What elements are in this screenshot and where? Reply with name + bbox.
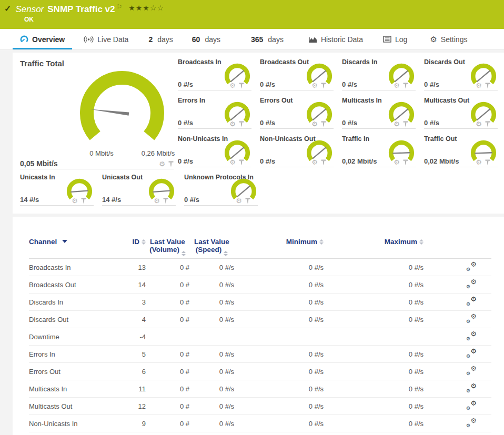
gear-icon[interactable]: ⚙ — [229, 82, 236, 89]
last-value-volume: 0 # — [146, 385, 189, 393]
gauge-title: Errors In — [178, 97, 205, 104]
last-value-volume: 0 # — [146, 316, 189, 323]
gear-icon[interactable]: ⚙ — [311, 120, 318, 127]
channel-settings-icon[interactable]: ⚙⚙ — [466, 401, 477, 410]
channel-settings-icon[interactable]: ⚙⚙ — [466, 314, 477, 323]
last-value-volume: 0 # — [146, 298, 189, 306]
column-header-minimum[interactable]: Minimum — [234, 238, 324, 246]
pin-icon[interactable] — [81, 198, 86, 204]
traffic-total-value: 0,05 Mbit/s — [20, 159, 58, 168]
sort-icon — [419, 239, 424, 245]
traffic-total-title: Traffic Total — [20, 59, 64, 68]
pin-icon[interactable] — [485, 83, 490, 89]
channel-id: 14 — [118, 281, 146, 289]
tab-label: days — [205, 35, 220, 44]
pin-icon[interactable] — [403, 121, 408, 127]
tab-60-days[interactable]: 60 days — [185, 29, 228, 49]
last-value-speed: 0 #/s — [189, 350, 234, 358]
maximum-value: 0 #/s — [324, 350, 424, 358]
tab-label: Log — [395, 35, 407, 44]
gauge-value: 14 #/s — [20, 196, 39, 204]
tab-log[interactable]: Log — [376, 29, 415, 49]
minimum-value: 0 #/s — [234, 281, 324, 289]
channel-settings-icon[interactable]: ⚙⚙ — [466, 383, 477, 393]
gauge-title: Discards Out — [424, 58, 465, 66]
channel-settings-icon[interactable]: ⚙⚙ — [466, 297, 477, 306]
pin-icon[interactable] — [239, 83, 244, 89]
pin-icon[interactable] — [168, 161, 174, 167]
channel-name: Discards In — [29, 298, 118, 306]
priority-stars[interactable]: ★★★☆☆ — [128, 3, 164, 13]
gear-icon[interactable]: ⚙ — [476, 120, 482, 127]
minimum-value: 0 #/s — [234, 385, 324, 393]
pin-icon[interactable] — [485, 159, 490, 166]
last-value-volume: 0 # — [146, 420, 189, 428]
channel-settings-icon[interactable]: ⚙⚙ — [466, 331, 477, 341]
minimum-value: 0 #/s — [234, 350, 324, 358]
gauge-value: 0,02 Mbit/s — [342, 157, 377, 165]
gear-icon[interactable]: ⚙ — [236, 197, 242, 204]
channel-name: Non-Unicasts In — [29, 420, 118, 428]
column-header-last-value-volume[interactable]: Last Value(Volume) — [146, 238, 189, 256]
channel-settings-icon[interactable]: ⚙⚙ — [466, 366, 477, 376]
gear-icon[interactable]: ⚙ — [159, 160, 165, 167]
gauge-title: Non-Unicasts In — [178, 135, 228, 143]
gauge-title: Multicasts Out — [424, 97, 469, 104]
pin-icon[interactable] — [485, 121, 490, 127]
channel-settings-icon[interactable]: ⚙⚙ — [466, 349, 477, 358]
channel-settings-icon[interactable]: ⚙⚙ — [466, 262, 477, 271]
table-row-broadcasts-in: Broadcasts In 13 0 # 0 #/s 0 #/s 0 #/s ⚙… — [29, 259, 491, 276]
gear-icon[interactable]: ⚙ — [394, 120, 400, 127]
gear-icon[interactable]: ⚙ — [154, 197, 160, 204]
gear-icon[interactable]: ⚙ — [229, 120, 236, 127]
tab-settings[interactable]: ⚙ Settings — [422, 29, 475, 49]
tab-live-data[interactable]: Live Data — [76, 29, 136, 49]
channel-settings-icon[interactable]: ⚙⚙ — [466, 279, 477, 289]
gear-icon[interactable]: ⚙ — [72, 197, 78, 204]
gauge-panel-broadcasts-out: Broadcasts Out 0 #/s ⚙ — [260, 58, 334, 90]
gauges-overview-card: Traffic Total 0 Mbit/s 0,26 Mbit/s 0,05 … — [13, 53, 504, 214]
gauge-panel-discards-out: Discards Out 0 #/s ⚙ — [424, 58, 498, 90]
column-header-id[interactable]: ID — [118, 238, 146, 246]
pin-icon[interactable] — [403, 83, 408, 89]
gear-icon[interactable]: ⚙ — [394, 159, 400, 166]
pin-icon[interactable] — [321, 121, 326, 127]
pin-icon[interactable] — [239, 159, 244, 166]
table-row-errors-out: Errors Out 6 0 # 0 #/s 0 #/s 0 #/s ⚙⚙ — [29, 363, 491, 380]
pin-icon[interactable] — [163, 198, 168, 204]
gauge-panel-unicasts-out: Unicasts Out 14 #/s ⚙ — [102, 173, 176, 206]
gear-icon[interactable]: ⚙ — [311, 159, 318, 166]
gear-icon[interactable]: ⚙ — [394, 82, 400, 89]
maximum-value: 0 #/s — [324, 385, 424, 393]
gear-icon[interactable]: ⚙ — [229, 159, 236, 166]
column-header-channel[interactable]: Channel — [29, 238, 118, 246]
last-value-volume: 0 # — [146, 402, 189, 410]
table-header-row: Channel ID Last Value(Volume) Last Value… — [29, 217, 491, 259]
column-header-last-value-speed[interactable]: Last Value(Speed) — [189, 238, 234, 256]
tab-2-days[interactable]: 2 days — [141, 29, 180, 49]
channel-id: 9 — [118, 420, 146, 428]
channel-name: Broadcasts In — [29, 264, 118, 271]
pin-icon[interactable] — [239, 121, 244, 127]
tab-historic-data[interactable]: Historic Data — [301, 29, 370, 49]
pin-icon[interactable] — [245, 198, 250, 204]
gauge-title: Multicasts In — [342, 97, 382, 104]
pin-icon[interactable] — [321, 159, 326, 166]
channels-table-card: Channel ID Last Value(Volume) Last Value… — [13, 217, 504, 435]
pin-icon[interactable] — [403, 159, 408, 166]
historic-data-icon — [309, 36, 317, 43]
channel-name: Discards Out — [29, 316, 118, 323]
gauge-panel-errors-in: Errors In 0 #/s ⚙ — [178, 96, 251, 129]
tab-365-days[interactable]: 365 days — [244, 29, 291, 49]
tab-overview[interactable]: Overview — [13, 29, 72, 49]
flag-icon[interactable]: ⚐ — [116, 3, 122, 11]
pin-icon[interactable] — [321, 83, 326, 89]
gear-icon[interactable]: ⚙ — [476, 159, 482, 166]
channel-id: 3 — [118, 298, 146, 306]
gear-icon[interactable]: ⚙ — [311, 82, 318, 89]
gauge-value: 0 #/s — [424, 80, 439, 88]
column-header-maximum[interactable]: Maximum — [324, 238, 424, 246]
channel-settings-icon[interactable]: ⚙⚙ — [466, 418, 477, 428]
gear-icon[interactable]: ⚙ — [476, 82, 482, 89]
channel-id: 4 — [118, 316, 146, 323]
